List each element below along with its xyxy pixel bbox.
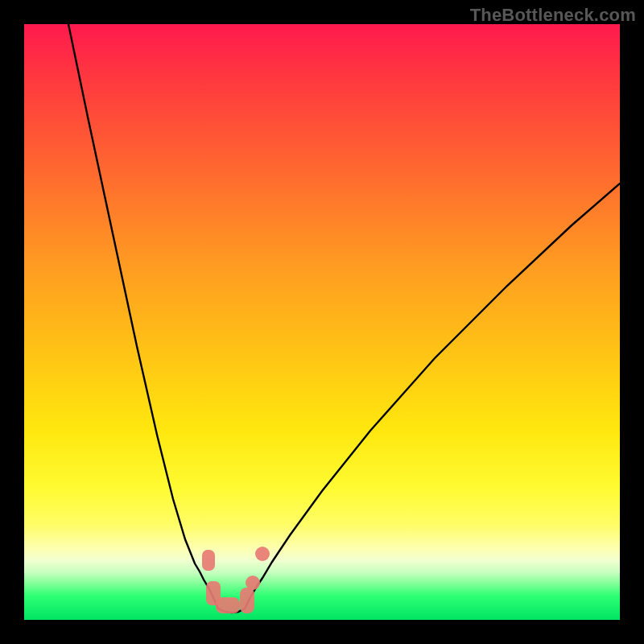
bottleneck-curves: [68, 24, 620, 613]
marker-5: [246, 576, 260, 590]
marker-3: [216, 597, 240, 613]
markers: [202, 547, 270, 613]
watermark-text: TheBottleneck.com: [470, 5, 636, 26]
chart-frame: [24, 24, 620, 620]
marker-0: [202, 550, 215, 571]
series-curve-left: [68, 24, 218, 609]
series-curve-right: [245, 184, 620, 609]
chart-svg: [24, 24, 620, 620]
marker-4: [240, 588, 254, 613]
marker-1: [255, 547, 270, 561]
